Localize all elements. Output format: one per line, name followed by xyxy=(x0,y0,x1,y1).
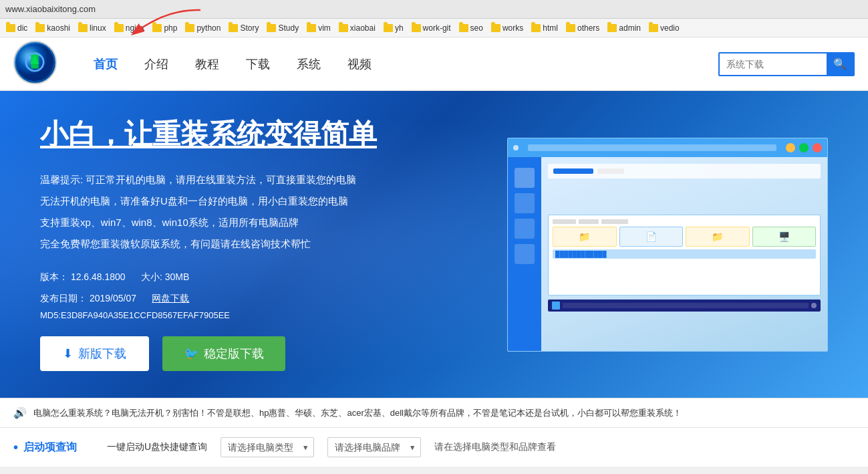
bookmark-story[interactable]: Story xyxy=(225,22,262,34)
bookmark-linux[interactable]: linux xyxy=(75,22,110,34)
bookmark-xiaobai[interactable]: xiaobai xyxy=(335,22,379,34)
nav-download[interactable]: 下载 xyxy=(246,56,270,72)
version-label: 版本： xyxy=(40,271,68,282)
hero-title-text: 小白，让重装系统变得简单 xyxy=(40,118,377,150)
taskbar-items xyxy=(563,303,809,308)
hero-title-underline: 简单 xyxy=(321,118,377,150)
file-row-2 xyxy=(579,219,599,224)
folder-icon xyxy=(267,24,276,32)
logo-svg xyxy=(15,41,55,84)
progress-bar xyxy=(553,168,593,174)
search-input[interactable] xyxy=(720,53,827,75)
info-bar: 🔊 电脑怎么重装系统？电脑无法开机？别害怕！不管是联想、hp惠普、华硕、东芝、a… xyxy=(0,398,868,428)
release-date: 2019/05/07 xyxy=(90,293,136,304)
folder-icon xyxy=(229,24,238,32)
folder-icon xyxy=(114,24,124,32)
nav-links: 首页 介绍 教程 下载 系统 视频 xyxy=(74,56,718,72)
folder-icon xyxy=(531,24,541,32)
clock-icon xyxy=(811,303,817,308)
sidebar-icon-1 xyxy=(515,168,535,188)
hero-md5: MD5:E3D8FA940A35E1CCFD8567EFAF7905EE xyxy=(40,310,480,320)
folder-icon xyxy=(307,24,316,32)
bookmark-kaoshi[interactable]: kaoshi xyxy=(32,22,74,34)
folder-icon xyxy=(566,24,575,32)
download-circle-icon: ⬇ xyxy=(63,346,73,361)
bookmark-seo[interactable]: seo xyxy=(456,22,486,34)
sidebar-icon-4 xyxy=(515,244,535,264)
sidebar-icon-2 xyxy=(515,193,535,213)
bookmark-nginx[interactable]: nginx xyxy=(111,22,148,34)
browser-url-bar: www.xiaobaixitong.com xyxy=(0,0,868,19)
info-bar-text: 电脑怎么重装系统？电脑无法开机？别害怕！不管是联想、hp惠普、华硕、东芝、ace… xyxy=(33,407,855,419)
bookmark-work-git[interactable]: work-git xyxy=(408,22,454,34)
computer-brand-select[interactable]: 请选择电脑品牌 联想 惠普 华硕 戴尔 宏基 xyxy=(327,437,421,457)
computer-type-select[interactable]: 请选择电脑类型 台式机 笔记本 xyxy=(221,437,314,457)
bookmark-dic[interactable]: dic xyxy=(3,22,31,34)
folder-icon xyxy=(152,24,162,32)
close-btn[interactable] xyxy=(813,143,822,152)
screenshot-top-bar xyxy=(548,164,821,179)
hero-buttons: ⬇ 新版下载 🐦 稳定版下载 xyxy=(40,336,480,371)
hero-meta: 版本： 12.6.48.1800 大小: 30MB xyxy=(40,267,480,286)
screenshot-titlebar xyxy=(508,138,827,157)
folder-icon xyxy=(35,24,45,32)
logo-circle xyxy=(13,41,57,84)
btn-new-label: 新版下载 xyxy=(78,346,126,362)
maximize-btn[interactable] xyxy=(799,143,809,152)
netdisk-download-link[interactable]: 网盘下载 xyxy=(152,293,189,304)
bookmark-php[interactable]: php xyxy=(149,22,180,34)
stable-version-download-button[interactable]: 🐦 稳定版下载 xyxy=(162,336,285,371)
file-grid: 📁 📄 📁 🖥️ xyxy=(553,227,816,247)
bookmark-works[interactable]: works xyxy=(488,22,527,34)
title-bar-text xyxy=(528,144,776,151)
speaker-icon: 🔊 xyxy=(13,406,27,419)
folder-icon xyxy=(412,24,421,32)
nav-intro[interactable]: 介绍 xyxy=(144,56,168,72)
hero-screenshot: 📁 📄 📁 🖥️ ████████████ xyxy=(507,138,828,352)
folder-icon xyxy=(459,24,468,32)
bookmark-yh[interactable]: yh xyxy=(380,22,407,34)
computer-brand-select-wrapper: 请选择电脑品牌 联想 惠普 华硕 戴尔 宏基 ▼ xyxy=(327,437,421,457)
size-label: 大小: 30MB xyxy=(141,271,189,282)
bookmark-python[interactable]: python xyxy=(182,22,224,34)
bookmark-admin[interactable]: admin xyxy=(604,22,644,34)
folder-icon xyxy=(6,24,15,32)
file-panel: 📁 📄 📁 🖥️ ████████████ xyxy=(548,215,821,295)
navbar: 首页 介绍 教程 下载 系统 视频 🔍 xyxy=(0,37,868,91)
btn-stable-label: 稳定版下载 xyxy=(204,346,264,362)
hero-description: 温馨提示: 可正常开机的电脑，请用在线重装方法，可直接重装您的电脑 无法开机的电… xyxy=(40,170,480,254)
search-button[interactable]: 🔍 xyxy=(827,53,853,75)
bookmark-study[interactable]: Study xyxy=(263,22,302,34)
url-text: www.xiaobaixitong.com xyxy=(5,4,96,14)
version-value: 12.6.48.1800 xyxy=(71,271,126,282)
new-version-download-button[interactable]: ⬇ 新版下载 xyxy=(40,336,149,371)
bookmark-story-label: Story xyxy=(240,23,259,33)
hero-release: 发布日期： 2019/05/07 网盘下载 xyxy=(40,289,480,308)
site-logo[interactable] xyxy=(13,41,60,88)
file-icon-4: 🖥️ xyxy=(752,227,817,247)
screenshot-content: 📁 📄 📁 🖥️ ████████████ xyxy=(508,157,827,351)
section-title-text: 启动项查询 xyxy=(23,441,77,455)
progress-track xyxy=(597,168,624,174)
minimize-btn[interactable] xyxy=(786,143,795,152)
bookmark-others[interactable]: others xyxy=(563,22,603,34)
nav-tutorial[interactable]: 教程 xyxy=(195,56,219,72)
bookmark-html[interactable]: html xyxy=(528,22,561,34)
bookmark-vim[interactable]: vim xyxy=(303,22,334,34)
nav-system[interactable]: 系统 xyxy=(297,56,321,72)
nav-video[interactable]: 视频 xyxy=(347,56,372,72)
folder-icon xyxy=(649,24,658,32)
bookmark-vedio[interactable]: vedio xyxy=(645,22,683,34)
win-icon xyxy=(513,145,519,150)
bookmarks-bar: dic kaoshi linux nginx php python Story … xyxy=(0,19,868,37)
folder-icon xyxy=(491,24,500,32)
folder-icon xyxy=(607,24,617,32)
release-label: 发布日期： xyxy=(40,293,87,304)
file-icon-2: 📄 xyxy=(619,227,684,247)
nav-home[interactable]: 首页 xyxy=(94,56,118,72)
start-button xyxy=(552,302,560,310)
folder-icon xyxy=(339,24,348,32)
hero-title: 小白，让重装系统变得简单 xyxy=(40,118,480,151)
file-row-3 xyxy=(601,219,628,224)
hero-section: 小白，让重装系统变得简单 温馨提示: 可正常开机的电脑，请用在线重装方法，可直接… xyxy=(0,91,868,398)
